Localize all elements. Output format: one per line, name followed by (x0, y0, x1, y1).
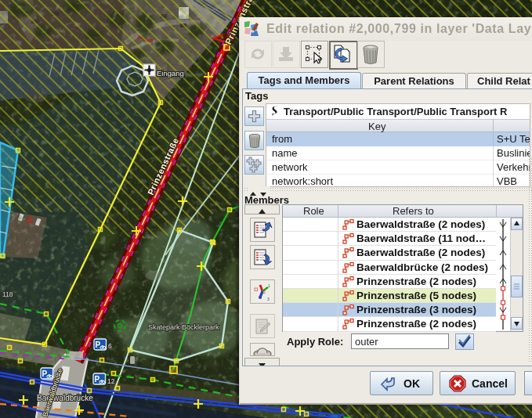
svg-text:1: 1 (268, 283, 270, 288)
svg-text:6: 6 (108, 342, 112, 350)
svg-text:2: 2 (263, 290, 266, 294)
svg-text:118: 118 (2, 290, 13, 298)
svg-text:Eingang: Eingang (157, 69, 184, 77)
svg-text:12: 12 (107, 377, 115, 385)
svg-text:Skatepark Böcklerpark: Skatepark Böcklerpark (148, 323, 219, 331)
svg-text:3: 3 (267, 297, 270, 301)
svg-text:8: 8 (55, 371, 59, 379)
